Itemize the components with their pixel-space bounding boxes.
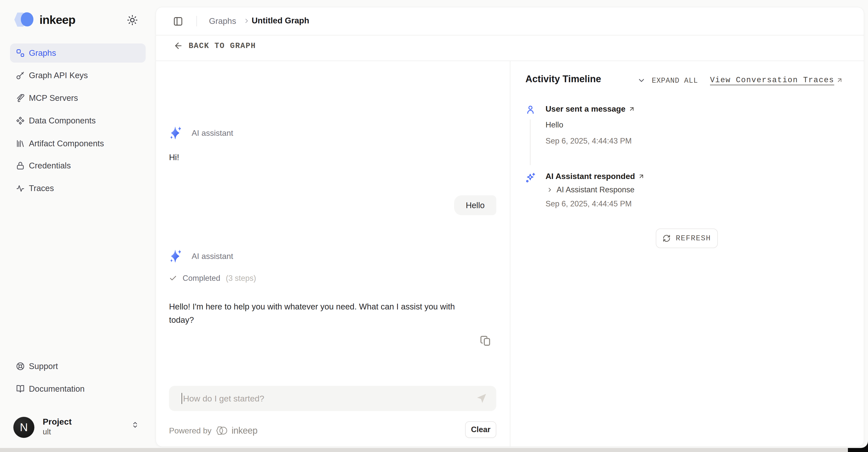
user-message-bubble: Hello [454, 195, 496, 215]
sparkles-icon [168, 249, 183, 263]
back-to-graph-button[interactable]: BACK TO GRAPH [174, 41, 256, 51]
event-timestamp: Sep 6, 2025, 4:44:45 PM [546, 199, 632, 208]
chat-input-container [169, 386, 496, 411]
inkeep-mark-icon [215, 425, 228, 436]
powered-by-label: Powered by [169, 426, 212, 435]
event-expand-label: AI Assistant Response [557, 185, 634, 194]
assistant-response: Hello! I'm here to help you with whateve… [169, 300, 455, 327]
back-to-graph-label: BACK TO GRAPH [189, 41, 256, 50]
back-bar: BACK TO GRAPH [156, 35, 864, 61]
copy-icon [480, 335, 492, 347]
sidebar-item-data-components[interactable]: Data Components [10, 111, 146, 130]
breadcrumb-parent-link[interactable]: Graphs [209, 16, 236, 26]
sidebar-item-label: Data Components [29, 116, 96, 125]
sidebar-item-artifact-components[interactable]: Artifact Components [10, 134, 146, 153]
sidebar-item-traces[interactable]: Traces [10, 179, 146, 198]
arrow-left-icon [174, 41, 183, 51]
sidebar-item-label: Support [29, 362, 58, 371]
project-subtitle: ult [43, 427, 51, 436]
sidebar-item-graphs[interactable]: Graphs [10, 44, 146, 63]
send-button[interactable] [476, 393, 487, 404]
panel-left-icon [173, 16, 183, 26]
sidebar-item-label: Traces [29, 183, 54, 193]
book-open-icon [16, 385, 25, 393]
send-icon [476, 393, 487, 404]
inkeep-logo-icon [14, 11, 34, 28]
activity-timeline: Activity Timeline EXPAND ALL View Conver… [510, 61, 864, 447]
chevron-right-icon [243, 17, 250, 24]
sidebar-item-credentials[interactable]: Credentials [10, 156, 146, 175]
arrow-up-right-icon [628, 106, 635, 112]
mcp-icon [16, 93, 25, 103]
assistant-message-header: AI assistant [168, 126, 233, 140]
theme-toggle-button[interactable] [127, 15, 138, 26]
library-icon [16, 139, 25, 148]
sidebar-item-label: Graph API Keys [29, 70, 88, 80]
sidebar-item-label: Artifact Components [29, 139, 104, 148]
check-icon [169, 274, 177, 282]
inkeep-logo[interactable]: inkeep [14, 11, 75, 28]
response-line: Hello! I'm here to help you with whateve… [169, 300, 455, 313]
workflow-icon [16, 49, 25, 58]
sidebar-toggle-button[interactable] [173, 16, 183, 26]
chat-preview: AI assistant Hi! Hello AI assistant [156, 61, 510, 447]
user-icon [525, 105, 535, 115]
sidebar-item-mcp-servers[interactable]: MCP Servers [10, 88, 146, 108]
chevron-right-icon [547, 187, 553, 193]
timeline-title: Activity Timeline [525, 74, 601, 84]
breadcrumb-bar: Graphs Untitled Graph [156, 7, 864, 35]
refresh-icon [662, 234, 671, 242]
expand-all-button[interactable]: EXPAND ALL [652, 77, 698, 85]
header-divider [196, 16, 197, 26]
sidebar-item-label: Documentation [29, 384, 85, 394]
arrow-up-right-icon [638, 173, 645, 180]
component-icon [16, 116, 25, 125]
sidebar: inkeep Graphs Graph API Keys [0, 0, 156, 448]
timeline-event-title[interactable]: AI Assistant responded [546, 172, 645, 181]
powered-by[interactable]: Powered by inkeep [169, 424, 257, 437]
event-body: Hello [546, 120, 563, 130]
response-line: today? [169, 313, 455, 327]
event-title-label: AI Assistant responded [546, 172, 635, 181]
chat-input[interactable] [183, 386, 469, 411]
sidebar-item-support[interactable]: Support [10, 357, 146, 376]
avatar[interactable]: N [13, 417, 34, 438]
refresh-button[interactable]: REFRESH [656, 228, 718, 248]
status-label: Completed [183, 274, 220, 283]
status-steps: (3 steps) [226, 274, 256, 283]
sparkle-icon [525, 172, 536, 183]
copy-button[interactable] [480, 335, 492, 347]
assistant-label: AI assistant [192, 252, 233, 261]
refresh-label: REFRESH [676, 234, 711, 243]
sidebar-item-documentation[interactable]: Documentation [10, 379, 146, 398]
project-selector[interactable]: Project ult N [7, 414, 148, 441]
logo-wordmark: inkeep [39, 13, 75, 27]
assistant-message-header: AI assistant [168, 249, 233, 263]
completion-status[interactable]: Completed (3 steps) [169, 274, 256, 283]
breadcrumb-current: Untitled Graph [252, 16, 309, 25]
lock-icon [16, 161, 25, 170]
app-window: inkeep Graphs Graph API Keys [0, 0, 868, 448]
timeline-connector [530, 119, 530, 165]
sidebar-item-label: Credentials [29, 161, 71, 170]
sidebar-item-label: Graphs [29, 48, 56, 58]
view-traces-label: View Conversation Traces [710, 76, 834, 84]
timeline-event-title[interactable]: User sent a message [546, 104, 635, 114]
sidebar-item-graph-api-keys[interactable]: Graph API Keys [10, 66, 146, 85]
chevrons-up-down-icon [131, 420, 140, 429]
assistant-label: AI assistant [192, 129, 233, 138]
chevron-down-icon [637, 76, 646, 85]
sidebar-item-label: MCP Servers [29, 93, 78, 103]
life-buoy-icon [16, 362, 25, 371]
event-timestamp: Sep 6, 2025, 4:44:43 PM [546, 137, 632, 146]
activity-icon [16, 184, 25, 193]
event-expand-row[interactable]: AI Assistant Response [547, 185, 634, 194]
project-name: Project [43, 417, 71, 427]
assistant-message: Hi! [169, 152, 179, 162]
sparkles-icon [168, 126, 183, 140]
event-title-label: User sent a message [546, 104, 625, 114]
collapse-timeline-button[interactable] [637, 76, 646, 85]
clear-button[interactable]: Clear [465, 421, 496, 438]
view-conversation-traces-link[interactable]: View Conversation Traces [710, 76, 843, 84]
powered-brand: inkeep [231, 425, 257, 436]
